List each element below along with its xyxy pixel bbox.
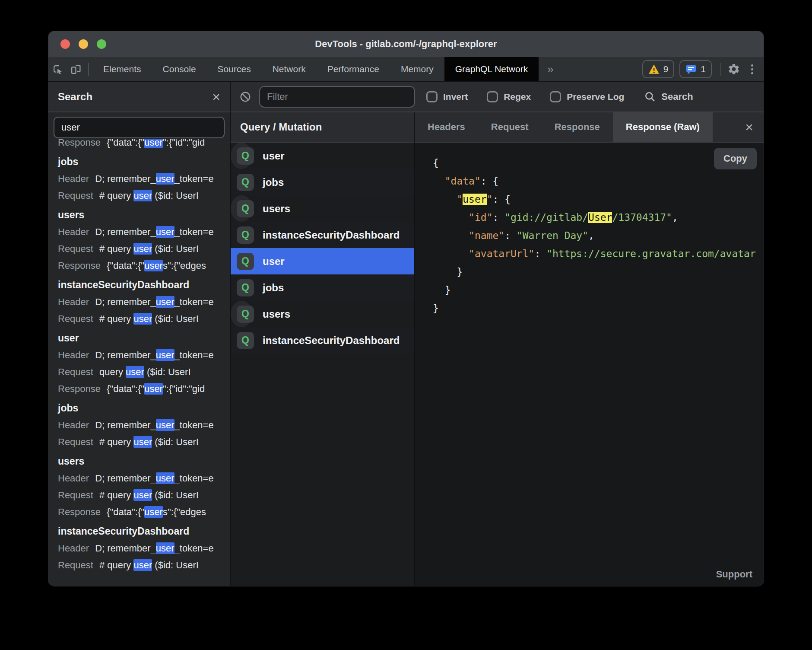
search-match-highlight: user (133, 559, 152, 571)
query-list-item-jobs[interactable]: Qjobs (231, 274, 414, 301)
result-operation-name[interactable]: users (48, 453, 230, 470)
result-row-content: # query user ($id: UserI (99, 559, 199, 571)
filter-option-regex[interactable]: Regex (487, 91, 531, 102)
search-result-row[interactable]: HeaderD; remember_user_token=e (48, 417, 230, 433)
query-list-item-instancesecuritydashboard[interactable]: QinstanceSecurityDashboard (231, 327, 414, 354)
result-row-content: D; remember_user_token=e (95, 472, 214, 484)
result-row-label: Response (58, 507, 101, 517)
query-list: QuserQjobsQusersQinstanceSecurityDashboa… (231, 143, 414, 586)
detail-tab-response[interactable]: Response (542, 112, 613, 142)
regex-checkbox[interactable] (487, 91, 498, 102)
more-tabs-button[interactable]: » (539, 57, 562, 81)
search-icon (644, 91, 656, 103)
result-row-content: query user ($id: UserI (99, 366, 191, 378)
search-match-highlight: user (156, 542, 174, 554)
query-item-label: user (263, 255, 285, 268)
result-operation-name[interactable]: instanceSecurityDashboard (48, 277, 230, 293)
devtools-tab-graphql-network[interactable]: GraphQL Network (444, 57, 539, 81)
json-line: } (433, 281, 764, 299)
clear-requests-icon[interactable] (238, 85, 253, 109)
search-result-row[interactable]: HeaderD; remember_user_token=e (48, 540, 230, 557)
support-link[interactable]: Support (716, 569, 752, 580)
search-result-section: usersHeaderD; remember_user_token=eReque… (48, 207, 230, 274)
search-result-row[interactable]: HeaderD; remember_user_token=e (48, 170, 230, 187)
query-list-item-jobs[interactable]: Qjobs (231, 169, 414, 195)
json-line: "user": { (433, 190, 764, 208)
devtools-toolbar: ElementsConsoleSourcesNetworkPerformance… (48, 57, 764, 82)
devtools-tab-network[interactable]: Network (262, 57, 317, 81)
result-operation-name[interactable]: users (48, 207, 230, 223)
detail-tab-headers[interactable]: Headers (415, 112, 478, 142)
preserve-log-checkbox[interactable] (550, 91, 561, 102)
maximize-window-button[interactable] (97, 39, 106, 49)
devtools-tab-sources[interactable]: Sources (207, 57, 262, 81)
query-list-item-users[interactable]: Qusers (231, 195, 252, 222)
devtools-tab-elements[interactable]: Elements (92, 57, 152, 81)
query-list-item-user[interactable]: Quser (231, 143, 252, 169)
close-search-panel-icon[interactable]: × (212, 90, 220, 104)
result-row-label: Request (58, 243, 93, 254)
inspect-element-icon[interactable] (48, 57, 67, 81)
filter-option-preserve-log[interactable]: Preserve Log (550, 91, 624, 102)
result-operation-name[interactable]: jobs (48, 400, 230, 417)
filter-search-button[interactable]: Search (644, 91, 693, 103)
search-result-row[interactable]: HeaderD; remember_user_token=e (48, 470, 230, 487)
search-result-row[interactable]: HeaderD; remember_user_token=e (48, 293, 230, 310)
search-result-row[interactable]: Response{"data":{"users":{"edges (48, 503, 230, 520)
search-result-row[interactable]: Response{"data":{"users":{"edges (48, 257, 230, 274)
search-result-row[interactable]: Request# query user ($id: UserI (48, 240, 230, 257)
search-match-highlight: user (133, 489, 152, 501)
devtools-tab-bar: ElementsConsoleSourcesNetworkPerformance… (92, 57, 539, 81)
search-result-section: userHeaderD; remember_user_token=eReques… (48, 330, 230, 397)
json-line: "id": "gid://gitlab/User/13704317", (433, 208, 764, 226)
request-detail-panel: HeadersRequestResponseResponse (Raw) × C… (415, 112, 764, 586)
issues-warning-badge[interactable]: 9 (642, 60, 675, 78)
query-list-item-user[interactable]: Quser (231, 248, 414, 274)
search-result-row[interactable]: Request# query user ($id: UserI (48, 310, 230, 327)
result-operation-name[interactable]: user (48, 330, 230, 347)
query-item-label: users (263, 308, 290, 320)
query-item-label: instanceSecurityDashboard (263, 335, 400, 347)
query-item-label: user (263, 150, 285, 162)
settings-gear-icon[interactable] (725, 57, 743, 81)
minimize-window-button[interactable] (79, 39, 88, 49)
search-match-highlight: user (133, 190, 152, 201)
search-input[interactable] (54, 117, 225, 138)
search-result-row[interactable]: HeaderD; remember_user_token=e (48, 347, 230, 363)
search-result-row[interactable]: Request# query user ($id: UserI (48, 187, 230, 204)
network-filter-bar: InvertRegexPreserve Log Search (231, 82, 764, 112)
search-result-row[interactable]: Requestquery user ($id: UserI (48, 363, 230, 380)
search-result-row[interactable]: Request# query user ($id: UserI (48, 433, 230, 450)
query-list-item-instancesecuritydashboard[interactable]: QinstanceSecurityDashboard (231, 222, 414, 248)
filter-option-invert[interactable]: Invert (426, 91, 468, 102)
search-result-row[interactable]: HeaderD; remember_user_token=e (48, 223, 230, 240)
close-window-button[interactable] (60, 39, 70, 49)
copy-button[interactable]: Copy (714, 148, 757, 169)
detail-tab-request[interactable]: Request (478, 112, 542, 142)
search-match-highlight: user (144, 506, 163, 518)
json-line: } (433, 263, 764, 281)
search-result-row[interactable]: Response{"data":{"user":{"id":"gid (48, 139, 230, 151)
search-result-row[interactable]: Request# query user ($id: UserI (48, 487, 230, 503)
devtools-tab-performance[interactable]: Performance (317, 57, 390, 81)
search-result-row[interactable]: Response{"data":{"user":{"id":"gid (48, 380, 230, 397)
messages-badge[interactable]: 1 (679, 60, 712, 78)
close-detail-panel-icon[interactable]: × (745, 120, 764, 134)
invert-checkbox[interactable] (426, 91, 438, 102)
search-match-highlight: user (144, 260, 163, 271)
search-result-row[interactable]: Request# query user ($id: UserI (48, 557, 230, 574)
chat-bubble-icon (685, 64, 697, 75)
search-match-highlight: user (156, 173, 174, 185)
filter-input[interactable] (259, 86, 415, 108)
devtools-tab-console[interactable]: Console (152, 57, 207, 81)
result-row-label: Header (58, 173, 89, 184)
result-operation-name[interactable]: instanceSecurityDashboard (48, 523, 230, 540)
filter-options: InvertRegexPreserve Log (426, 91, 624, 102)
device-toolbar-icon[interactable] (67, 57, 85, 81)
devtools-tab-memory[interactable]: Memory (390, 57, 444, 81)
result-operation-name[interactable]: jobs (48, 153, 230, 170)
query-list-item-users[interactable]: Qusers (231, 301, 252, 327)
detail-tab-response-raw[interactable]: Response (Raw) (613, 112, 713, 142)
customize-devtools-menu-icon[interactable] (743, 57, 761, 81)
result-row-label: Response (58, 260, 101, 271)
